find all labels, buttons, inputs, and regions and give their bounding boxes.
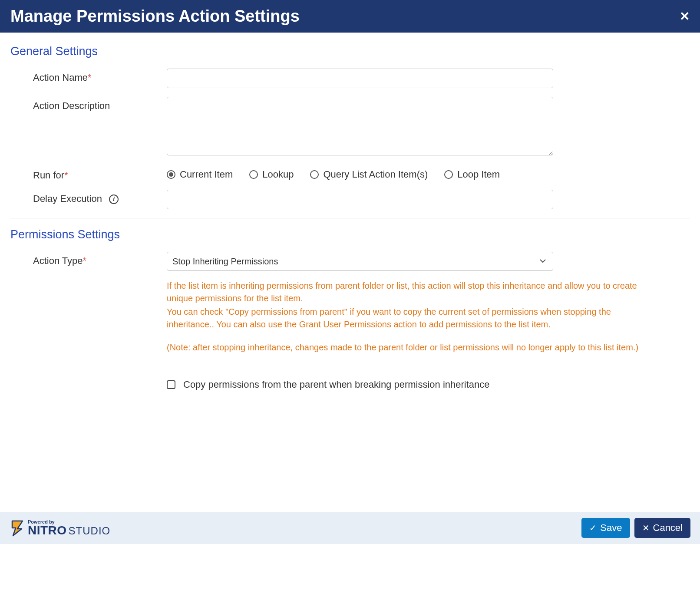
- brand-name-sub: STUDIO: [69, 526, 111, 536]
- copy-permissions-label: Copy permissions from the parent when br…: [183, 379, 490, 390]
- help-line-3: (Note: after stopping inheritance, chang…: [167, 341, 653, 354]
- required-marker: *: [83, 255, 87, 266]
- dialog-title: Manage Permissions Action Settings: [10, 7, 300, 26]
- save-button[interactable]: ✓ Save: [581, 518, 630, 538]
- radio-icon: [310, 170, 319, 179]
- required-marker: *: [88, 72, 92, 83]
- radio-icon: [444, 170, 453, 179]
- dialog-footer: Powered by NITRO STUDIO ✓ Save ✕ Cancel: [0, 512, 700, 544]
- required-marker: *: [64, 170, 68, 181]
- section-title-permissions: Permissions Settings: [10, 228, 690, 241]
- label-action-type: Action Type*: [10, 252, 167, 267]
- row-delay-execution: Delay Execution i: [10, 190, 690, 209]
- brand-name-main: NITRO: [28, 524, 67, 537]
- help-line-1: If the list item is inheriting permissio…: [167, 280, 653, 305]
- section-title-general: General Settings: [10, 45, 690, 58]
- radio-icon: [167, 170, 175, 179]
- label-run-for: Run for*: [10, 166, 167, 181]
- brand-logo: Powered by NITRO STUDIO: [10, 519, 110, 537]
- copy-permissions-checkbox-row[interactable]: Copy permissions from the parent when br…: [167, 379, 553, 390]
- row-help-text: If the list item is inheriting permissio…: [10, 280, 690, 355]
- action-description-input[interactable]: [167, 97, 553, 155]
- section-divider: [10, 218, 690, 218]
- dialog-header: Manage Permissions Action Settings ✕: [0, 0, 700, 33]
- footer-button-group: ✓ Save ✕ Cancel: [581, 518, 690, 538]
- help-text-block: If the list item is inheriting permissio…: [167, 280, 653, 355]
- radio-lookup[interactable]: Lookup: [249, 169, 294, 180]
- dialog-content: General Settings Action Name* Action Des…: [0, 33, 700, 390]
- row-action-name: Action Name*: [10, 69, 690, 88]
- brand-logo-icon: [10, 519, 25, 537]
- close-icon: ✕: [642, 524, 650, 532]
- radio-query-list[interactable]: Query List Action Item(s): [310, 169, 428, 180]
- cancel-button[interactable]: ✕ Cancel: [634, 518, 690, 538]
- row-action-type: Action Type* Stop Inheriting Permissions: [10, 252, 690, 271]
- radio-loop-item[interactable]: Loop Item: [444, 169, 500, 180]
- check-icon: ✓: [589, 524, 597, 532]
- radio-current-item[interactable]: Current Item: [167, 169, 233, 180]
- info-icon[interactable]: i: [109, 194, 119, 204]
- run-for-radio-group: Current Item Lookup Query List Action It…: [167, 166, 553, 180]
- row-action-description: Action Description: [10, 97, 690, 158]
- checkbox-icon[interactable]: [167, 380, 175, 389]
- label-delay-execution: Delay Execution i: [10, 190, 167, 204]
- help-line-2: You can check "Copy permissions from par…: [167, 306, 653, 331]
- row-copy-permissions: Copy permissions from the parent when br…: [10, 363, 690, 390]
- radio-icon: [249, 170, 258, 179]
- row-run-for: Run for* Current Item Lookup Query List …: [10, 166, 690, 181]
- action-name-input[interactable]: [167, 69, 553, 88]
- close-icon[interactable]: ✕: [680, 10, 690, 23]
- label-action-name: Action Name*: [10, 69, 167, 83]
- label-action-description: Action Description: [10, 97, 167, 112]
- action-type-select[interactable]: Stop Inheriting Permissions: [167, 252, 553, 271]
- delay-execution-input[interactable]: [167, 190, 553, 209]
